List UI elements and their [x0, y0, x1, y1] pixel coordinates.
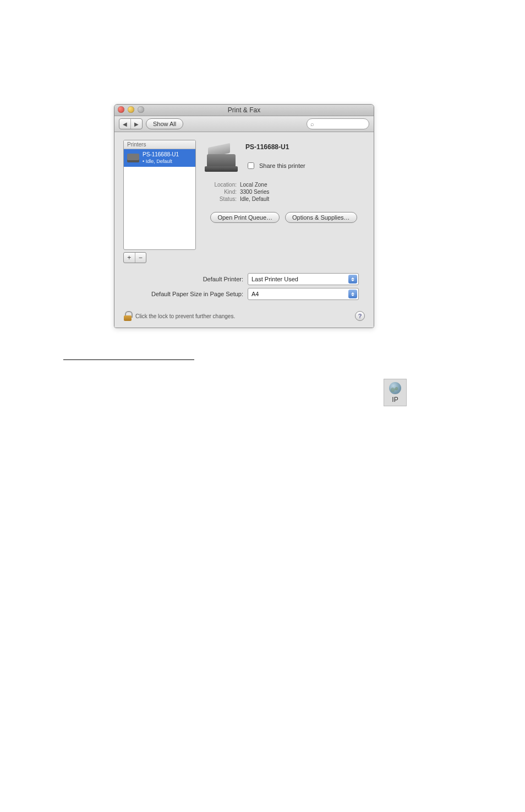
printer-list-item-selected[interactable]: PS-116688-U1 • Idle, Default — [124, 149, 195, 167]
default-paper-label: Default Paper Size in Page Setup: — [123, 291, 243, 297]
add-printer-button[interactable]: + — [124, 253, 135, 263]
kind-value: 3300 Series — [240, 189, 269, 195]
printer-list-header: Printers — [124, 140, 195, 149]
printer-item-name: PS-116688-U1 — [143, 151, 179, 158]
default-printer-popup[interactable]: Last Printer Used — [248, 273, 359, 285]
search-icon: ⌕ — [310, 121, 314, 127]
toolbar: ◀ ▶ Show All ⌕ — [114, 116, 374, 132]
close-window-button[interactable] — [118, 106, 124, 113]
search-field[interactable]: ⌕ — [307, 118, 369, 129]
window-title: Print & Fax — [228, 106, 260, 114]
show-all-button[interactable]: Show All — [146, 118, 183, 129]
lock-row: Click the lock to prevent further change… — [123, 311, 365, 321]
printer-detail: PS-116688-U1 Share this printer Location… — [203, 140, 365, 263]
ip-label: IP — [392, 396, 398, 404]
location-value: Local Zone — [240, 182, 267, 188]
share-printer-input[interactable] — [248, 162, 254, 169]
printer-large-icon — [205, 144, 238, 172]
popup-arrows-icon — [348, 290, 357, 298]
nav-back-forward[interactable]: ◀ ▶ — [119, 118, 143, 129]
help-button[interactable]: ? — [355, 311, 365, 321]
forward-button[interactable]: ▶ — [131, 119, 142, 129]
default-printer-label: Default Printer: — [123, 276, 243, 282]
print-and-fax-window: Print & Fax ◀ ▶ Show All ⌕ Printers PS-1… — [114, 104, 374, 328]
default-printer-value: Last Printer Used — [251, 276, 298, 282]
options-supplies-button[interactable]: Options & Supplies… — [285, 212, 357, 223]
window-titlebar: Print & Fax — [114, 105, 374, 116]
content-area: Printers PS-116688-U1 • Idle, Default + … — [114, 132, 374, 328]
defaults-section: Default Printer: Last Printer Used Defau… — [123, 273, 365, 300]
share-printer-label: Share this printer — [259, 162, 305, 169]
minimize-window-button[interactable] — [128, 106, 134, 113]
kind-key: Kind: — [205, 189, 237, 195]
ip-toolbar-thumbnail: IP — [384, 379, 407, 406]
window-controls — [118, 106, 144, 113]
status-value: Idle, Default — [240, 196, 269, 202]
detail-buttons: Open Print Queue… Options & Supplies… — [205, 212, 363, 223]
lock-icon[interactable] — [123, 311, 132, 321]
printer-list[interactable]: Printers PS-116688-U1 • Idle, Default — [123, 140, 196, 250]
default-paper-popup[interactable]: A4 — [248, 288, 359, 300]
printer-properties: Location:Local Zone Kind:3300 Series Sta… — [205, 182, 363, 202]
remove-printer-button[interactable]: − — [135, 253, 146, 263]
printer-item-status: • Idle, Default — [143, 158, 179, 165]
globe-icon — [389, 382, 401, 394]
add-remove-segment[interactable]: + − — [123, 252, 146, 263]
printer-name-label: PS-116688-U1 — [245, 143, 305, 151]
page-underline — [63, 359, 194, 360]
status-key: Status: — [205, 196, 237, 202]
location-key: Location: — [205, 182, 237, 188]
share-printer-checkbox[interactable]: Share this printer — [245, 161, 305, 171]
back-button[interactable]: ◀ — [119, 119, 131, 129]
zoom-window-button — [138, 106, 144, 113]
lock-text: Click the lock to prevent further change… — [135, 313, 235, 319]
printer-icon — [127, 154, 139, 162]
printer-list-item-text: PS-116688-U1 • Idle, Default — [143, 151, 179, 165]
open-print-queue-button[interactable]: Open Print Queue… — [210, 212, 280, 223]
popup-arrows-icon — [348, 275, 357, 284]
default-paper-value: A4 — [251, 291, 259, 297]
